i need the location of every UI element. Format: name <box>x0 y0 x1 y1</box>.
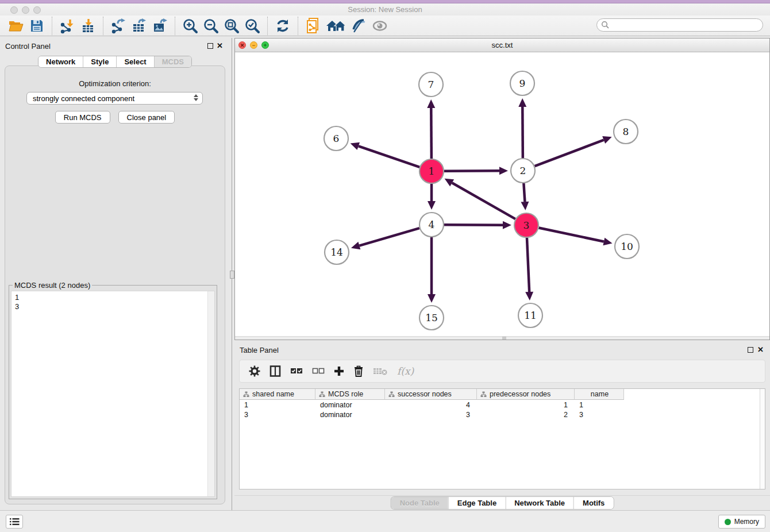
memory-label: Memory <box>734 518 759 526</box>
zoom-in-icon[interactable] <box>180 17 201 35</box>
tab-edge-table[interactable]: Edge Table <box>448 497 505 509</box>
column-header-MCDS-role[interactable]: MCDS role <box>315 389 385 400</box>
list-icon <box>9 518 20 526</box>
node-table[interactable]: shared nameMCDS rolesuccessor nodesprede… <box>239 388 765 489</box>
tab-node-table[interactable]: Node Table <box>391 497 448 509</box>
graph-node-label: 9 <box>519 78 526 89</box>
graph-edge[interactable] <box>452 183 515 219</box>
network-canvas[interactable]: 1234678910111415 <box>235 52 769 337</box>
refresh-icon[interactable] <box>272 17 293 35</box>
tab-network[interactable]: Network <box>38 56 83 67</box>
close-table-panel-icon[interactable]: ✕ <box>757 345 764 354</box>
mcds-result-area[interactable]: 13 <box>11 291 215 497</box>
graph-edge[interactable] <box>535 140 604 167</box>
home-icon[interactable] <box>324 17 349 35</box>
graph-edge[interactable] <box>522 107 523 158</box>
column-header-predecessor-nodes[interactable]: predecessor nodes <box>477 389 575 400</box>
tab-mcds[interactable]: MCDS <box>154 56 191 67</box>
table-scrollbar[interactable] <box>760 389 765 489</box>
graph-edge-arrowhead <box>427 99 435 108</box>
graph-node-label: 8 <box>623 126 629 137</box>
splitter-grip[interactable] <box>230 271 234 279</box>
graph-node-label: 10 <box>621 241 633 252</box>
run-mcds-button[interactable]: Run MCDS <box>55 111 110 124</box>
table-cell[interactable]: 3 <box>575 410 624 419</box>
horizontal-splitter-grip[interactable] <box>502 337 506 340</box>
graph-edge[interactable] <box>539 228 604 242</box>
table-row[interactable]: 3dominator323 <box>240 410 765 419</box>
save-session-icon[interactable] <box>26 17 47 35</box>
tab-motifs[interactable]: Motifs <box>573 497 613 509</box>
select-all-icon[interactable] <box>290 364 303 378</box>
deselect-all-icon[interactable] <box>312 364 325 378</box>
table-cell[interactable]: dominator <box>315 400 385 410</box>
sort-hierarchy-icon <box>480 391 487 398</box>
new-network-icon[interactable] <box>303 17 324 35</box>
criterion-dropdown[interactable]: strongly connected component <box>26 92 203 105</box>
column-header-label: predecessor nodes <box>490 390 550 398</box>
export-table-icon[interactable] <box>129 17 149 35</box>
table-cell[interactable]: 3 <box>240 410 315 419</box>
float-panel-icon[interactable] <box>207 43 213 49</box>
chevron-up-down-icon <box>194 94 198 101</box>
zoom-fit-icon[interactable] <box>221 17 242 35</box>
show-panels-button[interactable] <box>6 515 23 529</box>
sort-hierarchy-icon <box>319 391 325 398</box>
zoom-out-icon[interactable] <box>201 17 221 35</box>
graph-edge-arrowhead <box>351 142 360 150</box>
table-cell[interactable]: 3 <box>385 410 477 419</box>
table-cell[interactable]: dominator <box>315 410 385 419</box>
column-header-shared-name[interactable]: shared name <box>240 389 315 400</box>
table-panel-title: Table Panel <box>240 346 279 354</box>
graph-edge[interactable] <box>523 183 525 202</box>
graph-node-label: 6 <box>333 133 340 144</box>
panel-splitter[interactable] <box>230 38 234 510</box>
table-cell[interactable]: 4 <box>385 400 477 410</box>
memory-button[interactable]: Memory <box>718 515 765 529</box>
table-cell[interactable]: 1 <box>477 400 575 410</box>
graph-edge-arrowhead <box>603 238 612 246</box>
search-icon <box>601 21 610 29</box>
import-network-icon[interactable] <box>57 17 78 35</box>
toolbar-separator <box>175 17 175 35</box>
add-row-icon[interactable] <box>334 364 344 378</box>
network-window-titlebar[interactable]: ✕ − + scc.txt <box>235 38 769 52</box>
toolbar-separator <box>267 17 268 35</box>
graph-edge[interactable] <box>431 108 432 159</box>
result-scrollbar[interactable] <box>207 291 214 496</box>
table-cell[interactable]: 1 <box>240 400 315 410</box>
search-box[interactable] <box>596 18 763 32</box>
search-input[interactable] <box>610 20 763 30</box>
graph-edge[interactable] <box>359 146 419 167</box>
function-icon: f(x) <box>397 364 414 378</box>
column-header-successor-nodes[interactable]: successor nodes <box>385 389 477 400</box>
graph-edge-arrowhead <box>428 294 436 303</box>
zoom-selected-icon[interactable] <box>242 17 263 35</box>
graph-edge[interactable] <box>444 171 499 171</box>
table-cell[interactable]: 2 <box>477 410 575 419</box>
result-line: 3 <box>15 302 211 311</box>
style-icon[interactable] <box>349 17 369 35</box>
export-image-icon[interactable] <box>149 17 170 35</box>
table-row[interactable]: 1dominator411 <box>240 400 765 410</box>
import-table-icon[interactable] <box>78 17 98 35</box>
tab-style[interactable]: Style <box>83 56 116 67</box>
table-header-row: shared nameMCDS rolesuccessor nodesprede… <box>240 389 765 400</box>
open-session-icon[interactable] <box>6 17 26 35</box>
delete-row-icon[interactable] <box>353 364 364 378</box>
eye-icon <box>369 17 390 35</box>
close-panel-button[interactable]: Close panel <box>118 111 175 124</box>
tab-select[interactable]: Select <box>116 56 153 67</box>
export-network-icon[interactable] <box>108 17 129 35</box>
float-table-panel-icon[interactable] <box>748 347 753 353</box>
table-cell[interactable]: 1 <box>575 400 624 410</box>
graph-edge[interactable] <box>444 225 503 225</box>
tab-network-table[interactable]: Network Table <box>505 497 573 509</box>
graph-edge[interactable] <box>359 228 419 245</box>
graph-edge-arrowhead <box>499 167 508 175</box>
close-panel-icon[interactable]: ✕ <box>217 41 223 50</box>
columns-icon[interactable] <box>270 364 281 378</box>
gear-icon[interactable] <box>249 364 260 378</box>
graph-edge[interactable] <box>527 238 529 292</box>
column-header-name[interactable]: name <box>575 389 624 400</box>
